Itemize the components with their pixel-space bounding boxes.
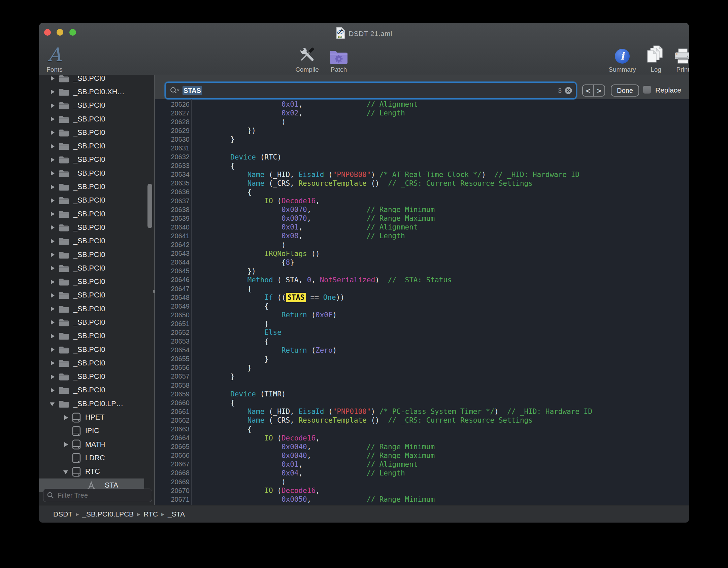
- disclosure-down-icon[interactable]: [51, 401, 55, 406]
- code-line[interactable]: 20633 {: [155, 162, 689, 170]
- disclosure-right-icon[interactable]: [51, 171, 55, 176]
- code-line[interactable]: 20636 {: [155, 188, 689, 197]
- code-line[interactable]: 20642 ): [155, 241, 689, 249]
- sidebar-item-_sbpci0[interactable]: _SB.PCI0: [39, 112, 144, 126]
- disclosure-right-icon[interactable]: [51, 306, 55, 312]
- sidebar-item-_sbpci0[interactable]: _SB.PCI0: [39, 207, 144, 221]
- sidebar-item-_sbpci0[interactable]: _SB.PCI0: [39, 289, 144, 302]
- code-line[interactable]: 20659 Device (TIMR): [155, 390, 689, 398]
- disclosure-right-icon[interactable]: [51, 252, 55, 257]
- code-line[interactable]: 20640 0x01, // Alignment: [155, 223, 689, 232]
- code-line[interactable]: 20637 IO (Decode16,: [155, 197, 689, 205]
- previous-match-button[interactable]: <: [583, 85, 594, 96]
- code-line[interactable]: 20651 }: [155, 319, 689, 328]
- disclosure-right-icon[interactable]: [51, 265, 55, 271]
- breadcrumb-item[interactable]: _SB.PCI0.LPCB: [82, 510, 134, 518]
- sidebar-scrollbar-thumb[interactable]: [147, 184, 152, 228]
- code-line[interactable]: 20671 0x0050, // Range Minimum: [155, 495, 689, 504]
- sidebar-item-_sbpci0[interactable]: _SB.PCI0: [39, 180, 144, 193]
- sidebar-item-_sbpci0[interactable]: _SB.PCI0: [39, 356, 144, 370]
- code-line[interactable]: 20630 }: [155, 135, 689, 144]
- code-line[interactable]: 20660 {: [155, 398, 689, 407]
- code-line[interactable]: 20627 0x02, // Length: [155, 109, 689, 117]
- disclosure-right-icon[interactable]: [51, 89, 55, 95]
- close-button[interactable]: [44, 29, 51, 36]
- sidebar-item-ldrc[interactable]: LDRC: [39, 451, 144, 465]
- sidebar-item-_sbpci0[interactable]: _SB.PCI0: [39, 261, 144, 275]
- code-editor[interactable]: 20626 0x01, // Alignment20627 0x02, // L…: [155, 99, 689, 505]
- code-line[interactable]: 20641 0x08, // Length: [155, 232, 689, 240]
- code-line[interactable]: 20644 {8}: [155, 258, 689, 267]
- search-icon[interactable]: [170, 86, 180, 95]
- sidebar-item-_sbpci0[interactable]: _SB.PCI0: [39, 194, 144, 207]
- fonts-button[interactable]: A Fonts: [39, 42, 75, 73]
- code-line[interactable]: 20650 Return (0x0F): [155, 311, 689, 319]
- code-line[interactable]: 20655 }: [155, 355, 689, 363]
- code-line[interactable]: 20669 ): [155, 477, 689, 486]
- sidebar-item-_sbpci0[interactable]: _SB.PCI0: [39, 248, 144, 261]
- patch-button[interactable]: Patch: [319, 42, 359, 73]
- replace-checkbox[interactable]: [643, 86, 651, 94]
- disclosure-right-icon[interactable]: [51, 144, 55, 149]
- disclosure-right-icon[interactable]: [51, 116, 55, 122]
- clear-search-icon[interactable]: [564, 86, 572, 95]
- code-line[interactable]: 20629 }): [155, 126, 689, 135]
- code-line[interactable]: 20656 }: [155, 363, 689, 372]
- code-line[interactable]: 20670 IO (Decode16,: [155, 486, 689, 495]
- code-line[interactable]: 20653 {: [155, 337, 689, 346]
- sidebar-item-_sbpci0[interactable]: _SB.PCI0: [39, 99, 144, 112]
- code-line[interactable]: 20638 0x0070, // Range Minimum: [155, 205, 689, 214]
- sidebar-item-_sbpci0[interactable]: _SB.PCI0: [39, 302, 144, 316]
- breadcrumb-item[interactable]: DSDT: [53, 510, 72, 518]
- sidebar-item-_sbpci0[interactable]: _SB.PCI0: [39, 275, 144, 288]
- code-line[interactable]: 20635 Name (_CRS, ResourceTemplate () //…: [155, 179, 689, 188]
- code-line[interactable]: 20662 Name (_CRS, ResourceTemplate () //…: [155, 416, 689, 425]
- disclosure-right-icon[interactable]: [51, 239, 55, 244]
- zoom-button[interactable]: [69, 29, 76, 36]
- sidebar-item-_sbpci0[interactable]: _SB.PCI0: [39, 75, 144, 85]
- code-line[interactable]: 20628 ): [155, 117, 689, 126]
- sidebar-item-_sbpci0[interactable]: _SB.PCI0: [39, 139, 144, 153]
- code-line[interactable]: 20639 0x0070, // Range Maximum: [155, 214, 689, 223]
- sidebar-item-_sbpci0[interactable]: _SB.PCI0: [39, 370, 144, 384]
- disclosure-right-icon[interactable]: [51, 157, 55, 163]
- sidebar-item-_sbpci0[interactable]: _SB.PCI0: [39, 316, 144, 329]
- disclosure-right-icon[interactable]: [51, 103, 55, 108]
- code-line[interactable]: 20663 {: [155, 425, 689, 433]
- code-line[interactable]: 20626 0x01, // Alignment: [155, 100, 689, 109]
- filter-tree-input[interactable]: Filter Tree: [43, 489, 152, 502]
- sidebar-item-math[interactable]: MATH: [39, 438, 144, 451]
- sidebar-item-_sbpci0[interactable]: _SB.PCI0: [39, 153, 144, 167]
- code-line[interactable]: 20652 Else: [155, 328, 689, 337]
- code-line[interactable]: 20646 Method (_STA, 0, NotSerialized) //…: [155, 276, 689, 284]
- sidebar-item-_sbpci0xh[interactable]: _SB.PCI0.XH…: [39, 85, 144, 99]
- print-button[interactable]: Print: [663, 42, 689, 73]
- code-line[interactable]: 20667 0x01, // Alignment: [155, 460, 689, 469]
- code-line[interactable]: 20634 Name (_HID, EisaId ("PNP0B00") /* …: [155, 170, 689, 179]
- disclosure-right-icon[interactable]: [51, 293, 55, 298]
- sidebar-item-_sbpci0[interactable]: _SB.PCI0: [39, 126, 144, 139]
- sidebar-item-_sbpci0[interactable]: _SB.PCI0: [39, 235, 144, 248]
- code-line[interactable]: 20664 IO (Decode16,: [155, 434, 689, 442]
- code-line[interactable]: 20632 Device (RTC): [155, 153, 689, 162]
- code-line[interactable]: 20649 {: [155, 302, 689, 311]
- disclosure-right-icon[interactable]: [51, 279, 55, 285]
- disclosure-right-icon[interactable]: [51, 374, 55, 380]
- sidebar-item-_sbpci0lp[interactable]: _SB.PCI0.LP…: [39, 397, 144, 411]
- sidebar-item-_sbpci0[interactable]: _SB.PCI0: [39, 343, 144, 356]
- disclosure-right-icon[interactable]: [51, 211, 55, 217]
- sidebar-item-_sbpci0[interactable]: _SB.PCI0: [39, 329, 144, 343]
- sidebar-item-_sbpci0[interactable]: _SB.PCI0: [39, 221, 144, 234]
- sidebar-item-_sbpci0[interactable]: _SB.PCI0: [39, 384, 144, 397]
- disclosure-right-icon[interactable]: [51, 360, 55, 366]
- code-line[interactable]: 20631: [155, 144, 689, 152]
- sidebar-item-hpet[interactable]: HPET: [39, 411, 144, 424]
- minimize-button[interactable]: [57, 29, 63, 36]
- disclosure-right-icon[interactable]: [51, 320, 55, 325]
- search-input[interactable]: STAS 3: [166, 83, 576, 98]
- next-match-button[interactable]: >: [594, 85, 604, 96]
- disclosure-right-icon[interactable]: [51, 333, 55, 339]
- disclosure-right-icon[interactable]: [51, 198, 55, 203]
- done-button[interactable]: Done: [611, 84, 639, 97]
- code-line[interactable]: 20643 IRQNoFlags (): [155, 249, 689, 258]
